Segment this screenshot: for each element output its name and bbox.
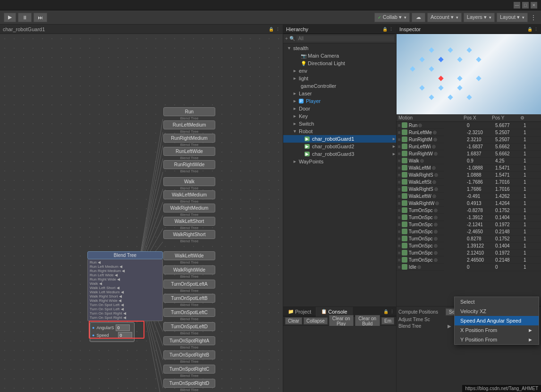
anim-node-walkrightmedium[interactable]: WalkRightMedium Blend Tree (163, 204, 215, 217)
drag-handle-11[interactable]: ≡ (398, 201, 401, 206)
tree-item-main-camera[interactable]: 📷 Main Camera (283, 52, 396, 60)
graph-canvas[interactable]: Run Blend Tree RunLeftMedium Blend Tree … (0, 34, 283, 392)
drag-handle-16[interactable]: ≡ (398, 236, 401, 241)
tree-item-switch[interactable]: ► Switch (283, 120, 396, 128)
motion-eye-20[interactable]: ◎ (417, 264, 421, 269)
param-angulars-value[interactable] (116, 324, 130, 331)
drag-handle-7[interactable]: ≡ (398, 172, 401, 178)
anim-node-walk[interactable]: Walk Blend Tree (163, 177, 215, 190)
anim-node-runrightmedium[interactable]: RunRightMedium Blend Tree (163, 134, 215, 147)
anim-node-turnonspotlefta[interactable]: TurnOnSpotLeftA Blend Tree (163, 280, 215, 293)
drag-handle-0[interactable]: ≡ (398, 123, 401, 128)
tree-item-char-robotguard2[interactable]: ▶ char_robotGuard2 ► (283, 143, 396, 150)
tree-item-waypoints[interactable]: ► WayPoints (283, 158, 396, 165)
drag-handle-20[interactable]: ≡ (398, 264, 401, 270)
anim-node-run[interactable]: Run Blend Tree (163, 107, 215, 120)
tree-item-stealth[interactable]: ▼ stealth (283, 44, 396, 52)
param-speed-value[interactable] (118, 332, 132, 339)
anim-node-turnonspotlrightd[interactable]: TurnOnSpotRightD Blend Tree (163, 379, 215, 392)
layout-dropdown[interactable]: Layout ▾ (497, 13, 528, 22)
drag-handle-15[interactable]: ≡ (398, 229, 401, 234)
drag-handle-17[interactable]: ≡ (398, 243, 401, 248)
tab-project[interactable]: 📁 Project (283, 307, 316, 316)
dropdown-item-velocity-xz[interactable]: Velocity XZ (455, 307, 539, 316)
drag-handle-12[interactable]: ≡ (398, 208, 401, 213)
motion-eye-14[interactable]: ◎ (434, 222, 438, 227)
anim-node-walkleftmedium[interactable]: WalkLeftMedium Blend Tree (163, 190, 215, 204)
drag-handle-4[interactable]: ≡ (398, 151, 401, 156)
collab-dropdown[interactable]: ✓ Collab ▾ (374, 13, 410, 22)
anim-node-turnonspotleftb[interactable]: TurnOnSpotLeftB Blend Tree (163, 294, 215, 307)
motion-eye-19[interactable]: ◎ (434, 257, 438, 262)
drag-handle-10[interactable]: ≡ (398, 194, 401, 199)
tree-item-door[interactable]: ► Door (283, 105, 396, 112)
blend-tree-main-node[interactable]: Blend Tree Run ◀ Run Left Medium ◀ Run R… (87, 251, 163, 321)
tree-item-laser[interactable]: ► Laser (283, 90, 396, 97)
anim-node-turnonspotleftd[interactable]: TurnOnSpotLeftD Blend Tree (163, 322, 215, 335)
tree-item-light[interactable]: ► light (283, 75, 396, 82)
motion-eye-15[interactable]: ◎ (434, 229, 438, 234)
blend-tree-play-icon[interactable]: ▶ (448, 324, 451, 329)
anim-node-walkleftwide[interactable]: WalkLeftWide Blend Tree (163, 251, 215, 264)
cloud-button[interactable]: ☁ (412, 13, 425, 22)
drag-handle-3[interactable]: ≡ (398, 144, 401, 149)
motion-eye-8[interactable]: ◎ (432, 179, 436, 184)
tree-item-env[interactable]: ► env (283, 67, 396, 75)
anim-node-turnonspotlrightc[interactable]: TurnOnSpotRightC Blend Tree (163, 365, 215, 378)
drag-handle-2[interactable]: ≡ (398, 137, 401, 142)
drag-handle-19[interactable]: ≡ (398, 257, 401, 263)
motion-eye-10[interactable]: ◎ (432, 194, 436, 198)
drag-handle-14[interactable]: ≡ (398, 222, 401, 227)
motion-eye-18[interactable]: ◎ (434, 250, 438, 255)
tree-item-game-controller[interactable]: gameController (283, 82, 396, 90)
motion-eye-16[interactable]: ◎ (434, 236, 438, 241)
tree-item-directional-light[interactable]: 💡 Directional Light (283, 60, 396, 67)
anim-node-walkleftshort[interactable]: WalkLeftShort Blend Tree (163, 217, 215, 230)
dropdown-item-speed-angular[interactable]: Speed And Angular Speed (455, 316, 539, 325)
motion-eye-11[interactable]: ◎ (435, 201, 439, 205)
tree-item-key[interactable]: ► Key (283, 112, 396, 120)
motion-eye-9[interactable]: ◎ (434, 187, 438, 191)
drag-handle-6[interactable]: ≡ (398, 165, 401, 170)
motion-eye-2[interactable]: ◎ (433, 137, 437, 142)
dropdown-item-select[interactable]: Select (455, 297, 539, 307)
drag-handle-18[interactable]: ≡ (398, 250, 401, 256)
drag-handle-8[interactable]: ≡ (398, 179, 401, 185)
minimize-button[interactable]: — (514, 2, 520, 9)
motion-eye-17[interactable]: ◎ (434, 243, 438, 248)
anim-node-turnonspotleftc[interactable]: TurnOnSpotLeftC Blend Tree (163, 308, 215, 321)
dropdown-item-x-position[interactable]: X Position From ► (455, 325, 539, 335)
close-button[interactable]: ✕ (531, 2, 537, 9)
console-clear-on-build-button[interactable]: Clear on Build (355, 315, 380, 327)
pause-button[interactable]: ⏸ (18, 13, 32, 22)
tree-item-player[interactable]: ► P Player (283, 97, 396, 105)
sidebar-toggle[interactable]: ⋮ (530, 14, 537, 21)
anim-node-walkrightwide[interactable]: WalkRightWide Blend Tree (163, 265, 215, 279)
tree-item-char-robotguard1[interactable]: ▶ char_robotGuard1 ► (283, 135, 396, 143)
motion-eye-12[interactable]: ◎ (434, 208, 438, 213)
drag-handle-13[interactable]: ≡ (398, 215, 401, 220)
console-clear-button[interactable]: Clear (285, 317, 302, 324)
motion-eye-1[interactable]: ◎ (433, 130, 437, 135)
drag-handle-9[interactable]: ≡ (398, 187, 401, 192)
dropdown-item-y-position[interactable]: Y Position From ► (455, 335, 539, 344)
maximize-button[interactable]: □ (522, 2, 529, 9)
anim-node-runrightwide[interactable]: RunRightWide Blend Tree (163, 160, 215, 173)
anim-node-runleftmedium[interactable]: RunLeftMedium Blend Tree (163, 120, 215, 134)
drag-handle-1[interactable]: ≡ (398, 130, 401, 135)
hierarchy-search-input[interactable] (296, 35, 394, 42)
play-button[interactable]: ▶ (4, 13, 16, 22)
console-collapse-button[interactable]: Collapse (304, 317, 328, 324)
layers-dropdown[interactable]: Layers ▾ (464, 13, 495, 22)
account-dropdown[interactable]: Account ▾ (427, 13, 462, 22)
motion-eye-13[interactable]: ◎ (434, 215, 438, 220)
tree-item-char-robotguard3[interactable]: ▶ char_robotGuard3 ► (283, 150, 396, 158)
motion-eye-7[interactable]: ◎ (434, 172, 438, 177)
anim-node-turnonspotrighta[interactable]: TurnOnSpotRightA Blend Tree (163, 336, 215, 349)
motion-eye-3[interactable]: ◎ (432, 144, 436, 149)
console-clear-on-play-button[interactable]: Clear on Play (329, 315, 354, 327)
drag-handle-5[interactable]: ≡ (398, 158, 401, 163)
motion-eye-0[interactable]: ◎ (418, 123, 422, 128)
motion-eye-5[interactable]: ◎ (420, 158, 424, 163)
step-button[interactable]: ⏭ (34, 13, 47, 22)
